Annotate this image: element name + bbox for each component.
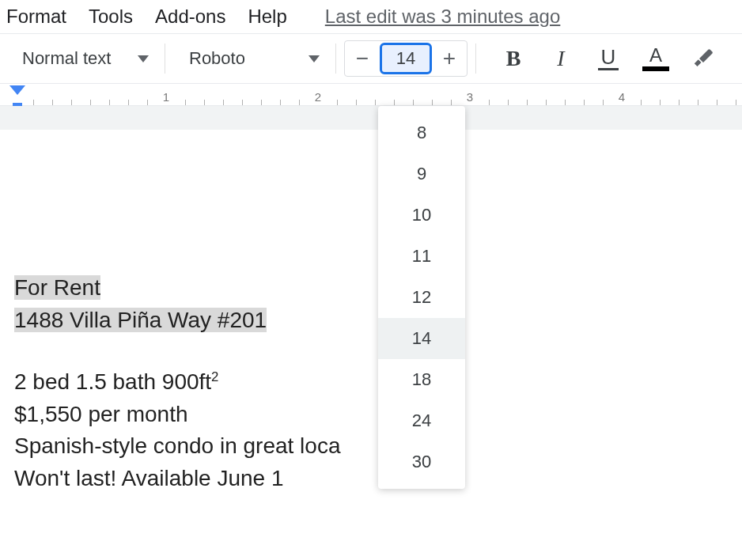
ruler-tick (71, 100, 72, 105)
ruler-tick (242, 100, 243, 105)
menu-addons[interactable]: Add-ons (155, 6, 225, 28)
ruler-tick (147, 100, 148, 105)
separator (335, 44, 336, 74)
toolbar: Normal text Roboto − + B I U A (0, 33, 742, 84)
ruler-tick (128, 100, 129, 105)
ruler-number: 3 (467, 90, 473, 104)
ruler-tick (280, 100, 281, 105)
menu-help[interactable]: Help (248, 6, 286, 28)
document-page[interactable]: For Rent 1488 Villa Piña Way #201 2 bed … (0, 130, 742, 560)
separator (475, 44, 476, 74)
ruler-tick (736, 100, 736, 105)
ruler-tick (717, 100, 717, 105)
ruler-tick (660, 100, 661, 105)
ruler-tick (109, 100, 110, 105)
menu-bar: Format Tools Add-ons Help Last edit was … (0, 0, 742, 33)
ruler-tick (299, 100, 300, 105)
last-edit-link[interactable]: Last edit was 3 minutes ago (325, 6, 561, 28)
menu-format[interactable]: Format (6, 6, 66, 28)
ruler-tick (432, 100, 433, 105)
document-area: For Rent 1488 Villa Piña Way #201 2 bed … (0, 106, 742, 560)
ruler-tick (337, 100, 338, 105)
chevron-down-icon (309, 55, 320, 62)
font-size-input[interactable] (380, 43, 432, 74)
ruler-tick (204, 100, 205, 105)
font-size-option[interactable]: 18 (378, 359, 465, 400)
paragraph-style-select[interactable]: Normal text (14, 43, 157, 74)
font-size-option[interactable]: 12 (378, 277, 465, 318)
highlighter-icon (691, 47, 715, 70)
body-line[interactable]: 2 bed 1.5 bath 900ft (14, 369, 211, 394)
font-size-option[interactable]: 11 (378, 236, 465, 277)
decrease-font-size-button[interactable]: − (345, 41, 380, 76)
ruler-tick (261, 100, 262, 105)
bold-icon: B (506, 46, 521, 71)
underline-button[interactable]: U (590, 40, 627, 77)
separator (165, 44, 165, 74)
ruler-number: 2 (315, 90, 321, 104)
ruler-tick (489, 100, 490, 105)
increase-font-size-button[interactable]: + (432, 41, 467, 76)
ruler-tick (52, 100, 53, 105)
italic-icon: I (557, 46, 564, 71)
ruler-tick (90, 100, 91, 105)
ruler-tick (641, 100, 642, 105)
font-size-option[interactable]: 8 (378, 112, 465, 153)
font-family-select[interactable]: Roboto (181, 43, 327, 74)
text-color-button[interactable]: A (638, 40, 674, 77)
ruler-tick (698, 100, 698, 105)
bold-button[interactable]: B (495, 40, 532, 77)
ruler-tick (508, 100, 509, 105)
font-size-group: − + (344, 40, 468, 77)
ruler-tick (603, 100, 604, 105)
ruler-tick (451, 100, 452, 105)
font-family-label: Roboto (189, 48, 245, 69)
highlight-color-button[interactable] (685, 40, 721, 77)
ruler-tick (565, 100, 566, 105)
ruler-tick (375, 100, 376, 105)
font-size-option[interactable]: 14 (378, 318, 465, 359)
ruler-number: 4 (619, 90, 625, 104)
ruler-tick (223, 100, 224, 105)
superscript[interactable]: 2 (211, 369, 218, 384)
font-size-option[interactable]: 24 (378, 400, 465, 441)
menu-tools[interactable]: Tools (89, 6, 133, 28)
chevron-down-icon (138, 55, 149, 62)
ruler-tick (33, 100, 34, 105)
font-size-option[interactable]: 9 (378, 153, 465, 195)
ruler-number: 1 (163, 90, 169, 104)
selected-text[interactable]: For Rent (14, 275, 100, 300)
font-size-option[interactable]: 30 (378, 441, 465, 482)
font-size-dropdown: 8910111214182430 (378, 106, 465, 489)
paragraph-style-label: Normal text (22, 48, 111, 69)
ruler-tick (546, 100, 547, 105)
italic-button[interactable]: I (543, 40, 579, 77)
indent-marker-icon[interactable] (9, 85, 25, 95)
ruler-tick (394, 100, 395, 105)
font-size-option[interactable]: 10 (378, 195, 465, 236)
ruler-tick (584, 100, 585, 105)
ruler-tick (527, 100, 528, 105)
ruler-tick (356, 100, 357, 105)
ruler-tick (413, 100, 414, 105)
text-color-icon: A (642, 46, 669, 71)
ruler-tick (679, 100, 680, 105)
ruler[interactable]: 1234 (0, 84, 742, 106)
ruler-tick (185, 100, 186, 105)
underline-icon: U (598, 47, 619, 70)
selected-text[interactable]: 1488 Villa Piña Way #201 (14, 308, 267, 332)
